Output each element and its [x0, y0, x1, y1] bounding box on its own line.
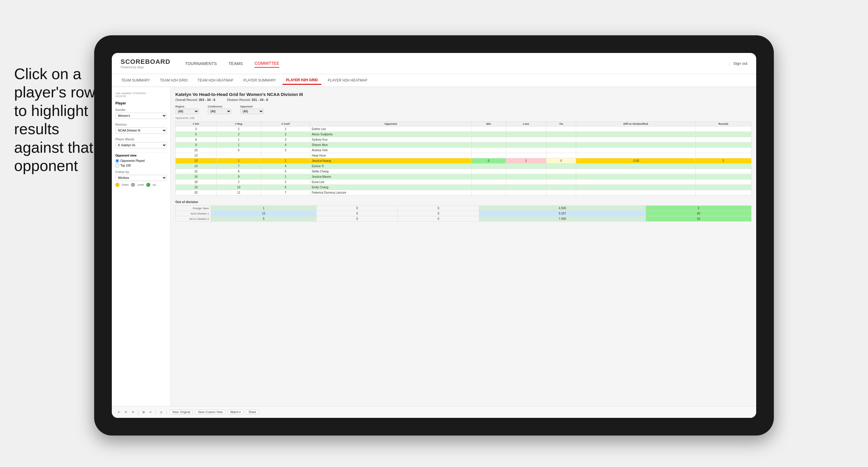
grid-btn[interactable]: ⊞ — [141, 410, 146, 414]
table-row[interactable]: 13Haeji Hyun — [176, 153, 751, 158]
sub-nav-player-h2h-heatmap[interactable]: PLAYER H2H HEATMAP — [324, 76, 371, 84]
separator3: | — [166, 410, 167, 415]
top-nav: SCOREBOARD Powered by clippi TOURNAMENTS… — [112, 53, 756, 74]
col-win: Win — [471, 122, 506, 127]
region-filter: Region (All) — [175, 105, 199, 114]
radio-opponents-played[interactable]: Opponents Played — [115, 159, 167, 163]
opponent-view-title: Opponent view — [115, 154, 167, 157]
filters-section: Region (All) Conference (All) Opponent — [175, 105, 751, 114]
sub-nav-player-h2h-grid[interactable]: PLAYER H2H GRID — [282, 76, 321, 85]
grid-records: Overall Record: 353 - 34 - 6 Division Re… — [175, 98, 751, 101]
table-row[interactable]: 1691Jessica Mason — [176, 174, 751, 180]
main-content: Last Updated: 27/03/2024 16:55:28 Player… — [112, 87, 756, 406]
colour-by-label: Colour by — [115, 170, 167, 174]
out-of-division-row[interactable]: NCAA Division 25007.40010 — [176, 216, 751, 222]
col-opponent: Opponent — [310, 122, 471, 127]
conference-filter: Conference (All) — [208, 105, 231, 114]
redo-btn[interactable]: ↻ — [124, 410, 128, 414]
opponents-label: Opponents: (All) — [175, 117, 751, 120]
dot-down-label: Down — [122, 183, 129, 186]
sub-nav-team-h2h-heatmap[interactable]: TEAM H2H HEATMAP — [194, 76, 237, 84]
table-row[interactable]: 1822Euna Lee — [176, 180, 751, 185]
player-section-title: Player — [115, 101, 167, 105]
division-record-value: 331 - 34 - 6 — [252, 98, 268, 101]
radio-top-100[interactable]: Top 100 — [115, 164, 167, 167]
sidebar: Last Updated: 27/03/2024 16:55:28 Player… — [112, 87, 170, 406]
grid-content: Katelyn Vo Head-to-Head Grid for Women's… — [170, 87, 756, 406]
opponent-filter: Opponent (All) — [240, 105, 264, 114]
colour-by-select[interactable]: Win/loss — [115, 175, 167, 181]
h2h-table: # Div # Reg # Conf Opponent Win Loss Tie… — [175, 121, 751, 195]
watch-btn[interactable]: Watch ▾ — [228, 410, 244, 415]
tablet-screen: SCOREBOARD Powered by clippi TOURNAMENTS… — [112, 53, 756, 418]
gender-select[interactable]: Women's — [115, 113, 167, 119]
table-row[interactable]: 1311Jessica Huang010-3.002 — [176, 158, 751, 164]
bottom-toolbar: ↩ ↻ ⟳ | ⊞ ↵ | ◷ | View: Original Save Cu… — [112, 406, 756, 418]
dot-down — [115, 183, 120, 187]
instruction-text: Click on a player's row to highlight res… — [14, 65, 96, 175]
nav-tournaments[interactable]: TOURNAMENTS — [185, 60, 217, 67]
dot-level — [131, 183, 135, 187]
undo-btn[interactable]: ↩ — [117, 410, 121, 414]
view-original-btn[interactable]: View: Original — [169, 410, 193, 415]
copy-btn[interactable]: ↵ — [148, 410, 153, 414]
player-rank-section: Player (Rank) 8. Katelyn Vo — [115, 138, 167, 148]
refresh-btn[interactable]: ⟳ — [131, 410, 135, 414]
division-select[interactable]: NCAA Division III — [115, 127, 167, 133]
colour-by-section: Colour by Win/loss Down Level Up — [115, 170, 167, 187]
division-record-label: Division Record: — [227, 98, 252, 101]
col-conf: # Conf — [261, 122, 310, 127]
sub-nav-team-h2h-grid[interactable]: TEAM H2H GRID — [157, 76, 191, 84]
share-btn[interactable]: Share — [246, 410, 259, 415]
player-rank-select[interactable]: 8. Katelyn Vo — [115, 142, 167, 148]
table-row[interactable]: 1063Andrea York — [176, 148, 751, 153]
colour-dots: Down Level Up — [115, 183, 167, 187]
grid-title: Katelyn Vo Head-to-Head Grid for Women's… — [175, 92, 751, 97]
out-of-division-row[interactable]: Foreign Team1004.5002 — [176, 206, 751, 211]
table-row[interactable]: 914Sharon Mun — [176, 143, 751, 148]
table-row[interactable]: 613Sydney Kuo — [176, 137, 751, 143]
nav-committee[interactable]: COMMITTEE — [254, 59, 279, 68]
gender-section: Gender Women's — [115, 108, 167, 119]
overall-record-label: Overall Record: — [175, 98, 198, 101]
logo-subtitle: Powered by clippi — [121, 66, 170, 69]
sub-nav-team-summary[interactable]: TEAM SUMMARY — [118, 76, 154, 84]
table-row[interactable]: 321Esther Lee — [176, 127, 751, 132]
col-loss: Loss — [506, 122, 546, 127]
tablet-frame: SCOREBOARD Powered by clippi TOURNAMENTS… — [94, 35, 774, 436]
dot-up — [146, 183, 150, 187]
last-updated: Last Updated: 27/03/2024 16:55:28 — [115, 92, 167, 98]
nav-teams[interactable]: TEAMS — [228, 60, 243, 67]
table-row[interactable]: 522Alexis Sudjianto — [176, 132, 751, 137]
region-select[interactable]: (All) — [175, 108, 199, 114]
sign-out-link[interactable]: Sign out — [733, 61, 747, 66]
out-of-division-table: Foreign Team1004.5002NAIA Division 11500… — [175, 206, 751, 222]
logo-title: SCOREBOARD — [121, 58, 170, 66]
col-diff: Diff Av Strokes/Rnd — [576, 122, 695, 127]
dot-up-label: Up — [153, 183, 156, 186]
conference-select[interactable]: (All) — [208, 108, 231, 114]
clock-btn[interactable]: ◷ — [159, 410, 164, 414]
player-rank-label: Player (Rank) — [115, 138, 167, 141]
table-row[interactable]: 1585Stella Chang — [176, 169, 751, 174]
out-of-division-row[interactable]: NAIA Division 115009.26730 — [176, 211, 751, 216]
col-div: # Div — [176, 122, 217, 127]
opponent-select[interactable]: (All) — [240, 108, 264, 114]
col-tie: Tie — [546, 122, 576, 127]
separator2: | — [155, 410, 157, 415]
table-row[interactable]: 19106Emily Chang — [176, 185, 751, 190]
dot-level-label: Level — [137, 183, 144, 186]
sub-nav-player-summary[interactable]: PLAYER SUMMARY — [240, 76, 280, 84]
separator1: | — [138, 410, 139, 415]
table-row[interactable]: 20117Federica Domecq Lacroze — [176, 190, 751, 195]
division-section: Division NCAA Division III — [115, 123, 167, 133]
nav-links: TOURNAMENTS TEAMS COMMITTEE — [185, 59, 729, 68]
table-row[interactable]: 1474Eunice Yi — [176, 164, 751, 169]
overall-record-value: 353 - 34 - 6 — [198, 98, 215, 101]
sub-nav: TEAM SUMMARY TEAM H2H GRID TEAM H2H HEAT… — [112, 74, 756, 87]
out-of-division-title: Out of division — [175, 200, 751, 204]
col-reg: # Reg — [216, 122, 261, 127]
save-custom-btn[interactable]: Save Custom View — [195, 410, 225, 415]
col-rounds: Rounds — [695, 122, 751, 127]
logo-area: SCOREBOARD Powered by clippi — [121, 58, 170, 69]
